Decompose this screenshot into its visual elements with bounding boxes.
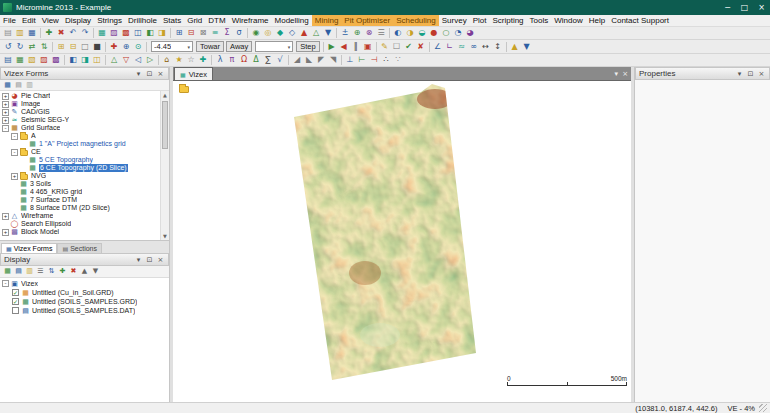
close-view-icon[interactable]: × [622,70,628,78]
toolbar-icon[interactable]: Ω [238,54,250,66]
tree-item-a[interactable]: -A [0,132,160,140]
expand-icon[interactable]: + [2,213,9,220]
toolbar-icon[interactable]: ⊞ [173,27,185,39]
menu-item-contact-support[interactable]: Contact Support [608,15,672,27]
toolbar-icon[interactable]: ◆ [274,27,286,39]
toolbar-icon[interactable]: ◒ [416,27,428,39]
save-icon[interactable]: ▦ [26,27,38,39]
properties-header[interactable]: Properties ▾⊡× [635,67,770,80]
toolbar-icon[interactable]: ▦ [14,54,26,66]
away-button[interactable]: Away [226,41,252,52]
tab-list-icon[interactable]: ▾ [615,70,619,78]
checkbox-checked[interactable]: ✓ [12,289,19,296]
toolbar-icon[interactable]: ◨ [79,54,91,66]
toolbar-icon[interactable]: √ [274,54,286,66]
toolbar-icon[interactable]: Δ [250,54,262,66]
toolbar-icon[interactable]: ⊕ [120,41,132,53]
toolbar-icon[interactable]: ⇄ [26,41,38,53]
expand-icon[interactable]: + [2,117,9,124]
toolbar-icon[interactable]: ✎ [379,41,391,53]
menu-item-modelling[interactable]: Modelling [272,15,312,27]
toolbar-icon[interactable]: ∟ [444,41,456,53]
menu-item-scripting[interactable]: Scripting [489,15,526,27]
display-item-untitled-soils-samples-grd[interactable]: ✓▦Untitled (SOILS_SAMPLES.GRD) [0,297,169,306]
toolbar-icon[interactable]: σ [233,27,245,39]
tree-item-8-surface-dtm-2d-slice[interactable]: ▦8 Surface DTM (2D Slice) [0,204,160,212]
panel-menu-icon[interactable]: ▾ [735,70,744,78]
resize-grip[interactable] [759,404,767,412]
toolbar-icon[interactable]: △ [108,54,120,66]
menu-item-display[interactable]: Display [62,15,94,27]
toolbar-icon[interactable]: ▦ [2,266,13,277]
toolbar-icon[interactable]: ▼ [322,27,334,39]
tree-item-4-465-krig-grid[interactable]: ▦4 465_KRIG grid [0,188,160,196]
menu-item-drillhole[interactable]: Drillhole [125,15,160,27]
toolbar-icon[interactable]: ◔ [452,27,464,39]
maximize-button[interactable]: □ [736,0,753,15]
tree-item-pie-chart[interactable]: +◕Pie Chart [0,92,160,100]
toolbar-icon[interactable]: ∞ [468,41,480,53]
toolbar-icon[interactable]: ◣ [303,54,315,66]
toolbar-icon[interactable]: □ [79,41,91,53]
toolbar-icon[interactable]: ✚ [197,54,209,66]
expand-icon[interactable]: + [11,173,18,180]
tab-vizex-forms[interactable]: ▦Vizex Forms [1,243,57,253]
toolbar-icon[interactable]: ∠ [432,41,444,53]
toolbar-icon[interactable]: ▽ [120,54,132,66]
menu-item-pit-optimiser[interactable]: Pit Optimiser [341,15,393,27]
toolbar-icon[interactable]: ⊗ [363,27,375,39]
toolbar-icon[interactable]: ▦ [96,27,108,39]
toolbar-icon[interactable]: ◤ [315,54,327,66]
display-item-untitled-cu-in-soil-grd[interactable]: ✓▦Untitled (Cu_in_Soil.GRD) [0,288,169,297]
toolbar-icon[interactable]: ⊟ [185,27,197,39]
title-bar[interactable]: Micromine 2013 - Example −□× [0,0,770,15]
toward-button[interactable]: Towar [196,41,224,52]
toolbar-icon[interactable]: ✚ [43,27,55,39]
redo-icon[interactable]: ↷ [79,27,91,39]
toolbar-icon[interactable]: Σ [221,27,233,39]
menu-item-mining[interactable]: Mining [312,15,342,27]
toolbar-icon[interactable]: ⊞ [55,41,67,53]
collapse-icon[interactable]: - [2,280,9,287]
tree-scrollbar[interactable]: ▲ ▼ [160,91,169,240]
tree-item-5-ce-topography[interactable]: ▦5 CE Topography [0,156,160,164]
toolbar-icon[interactable]: ◥ [327,54,339,66]
map-canvas[interactable]: 0 500m [173,81,631,402]
toolbar-icon[interactable]: ↕ [492,41,504,53]
toolbar-icon[interactable]: ⇅ [46,266,57,277]
collapse-icon[interactable]: - [11,149,18,156]
toolbar-icon[interactable]: ∵ [392,54,404,66]
pin-icon[interactable]: ⊡ [145,256,154,264]
toolbar-icon[interactable]: ◢ [291,54,303,66]
menu-item-edit[interactable]: Edit [19,15,39,27]
tree-item-cad-gis[interactable]: +✎CAD/GIS [0,108,160,116]
tree-item-wireframe[interactable]: +△Wireframe [0,212,160,220]
toolbar-icon[interactable]: ◧ [67,54,79,66]
tree-item-3-soils[interactable]: ▦3 Soils [0,180,160,188]
toolbar-icon[interactable]: ▧ [26,54,38,66]
menu-item-grid[interactable]: Grid [184,15,205,27]
menu-item-scheduling[interactable]: Scheduling [393,15,439,27]
toolbar-icon[interactable]: ◨ [156,27,168,39]
close-icon[interactable]: × [757,70,766,78]
toolbar-icon[interactable]: ◁ [132,54,144,66]
toolbar-icon[interactable]: ◀ [338,41,350,53]
toolbar-icon[interactable]: ○ [440,27,452,39]
toolbar-icon[interactable]: ≡ [209,27,221,39]
toolbar-icon[interactable]: ◐ [392,27,404,39]
toolbar-icon[interactable]: ◕ [464,27,476,39]
toolbar-icon[interactable]: ★ [173,54,185,66]
tree-item-ce[interactable]: -CE [0,148,160,156]
toolbar-icon[interactable]: △ [310,27,322,39]
toolbar-icon[interactable]: ◫ [132,27,144,39]
collapse-icon[interactable]: - [11,133,18,140]
expand-icon[interactable]: + [2,229,9,236]
menu-item-window[interactable]: Window [551,15,585,27]
toolbar-icon[interactable]: ⇅ [38,41,50,53]
toolbar-icon[interactable]: ↺ [2,41,14,53]
toolbar-icon[interactable]: ▥ [24,266,35,277]
toolbar-icon[interactable]: ▤ [2,54,14,66]
step-value-combo[interactable]: ▾ [255,41,293,52]
checkbox-unchecked[interactable] [12,307,19,314]
step-button[interactable]: Step [296,41,319,52]
